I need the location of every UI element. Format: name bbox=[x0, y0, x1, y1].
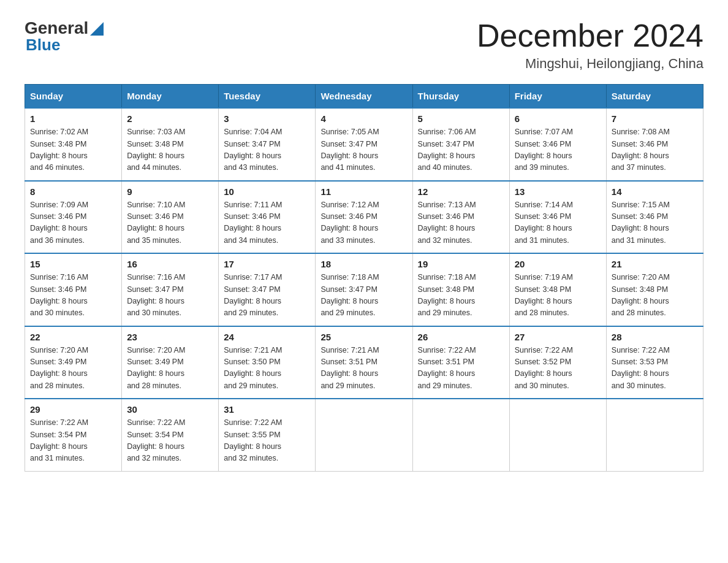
calendar-cell-w3-d1: 15 Sunrise: 7:16 AM Sunset: 3:46 PM Dayl… bbox=[25, 253, 122, 326]
day-info: Sunrise: 7:16 AM Sunset: 3:47 PM Dayligh… bbox=[127, 272, 213, 320]
logo-blue-text: Blue bbox=[26, 36, 60, 55]
day-number: 30 bbox=[127, 404, 213, 415]
day-info: Sunrise: 7:08 AM Sunset: 3:46 PM Dayligh… bbox=[612, 126, 698, 174]
week-row-4: 22 Sunrise: 7:20 AM Sunset: 3:49 PM Dayl… bbox=[25, 326, 703, 399]
day-info: Sunrise: 7:10 AM Sunset: 3:46 PM Dayligh… bbox=[127, 199, 213, 247]
day-info: Sunrise: 7:04 AM Sunset: 3:47 PM Dayligh… bbox=[224, 126, 310, 174]
calendar-cell-w1-d1: 1 Sunrise: 7:02 AM Sunset: 3:48 PM Dayli… bbox=[25, 108, 122, 181]
day-number: 19 bbox=[418, 259, 504, 269]
calendar-cell-w1-d7: 7 Sunrise: 7:08 AM Sunset: 3:46 PM Dayli… bbox=[606, 108, 703, 181]
day-info: Sunrise: 7:22 AM Sunset: 3:54 PM Dayligh… bbox=[30, 417, 116, 465]
calendar-cell-w5-d6 bbox=[509, 399, 606, 471]
week-row-3: 15 Sunrise: 7:16 AM Sunset: 3:46 PM Dayl… bbox=[25, 253, 703, 326]
col-sunday: Sunday bbox=[25, 85, 122, 109]
day-number: 16 bbox=[127, 259, 213, 269]
day-number: 28 bbox=[612, 332, 698, 342]
day-info: Sunrise: 7:05 AM Sunset: 3:47 PM Dayligh… bbox=[320, 126, 407, 174]
day-info: Sunrise: 7:16 AM Sunset: 3:46 PM Dayligh… bbox=[30, 272, 116, 320]
day-number: 22 bbox=[30, 332, 116, 342]
day-number: 12 bbox=[418, 186, 504, 197]
day-info: Sunrise: 7:14 AM Sunset: 3:46 PM Dayligh… bbox=[515, 199, 601, 247]
calendar-cell-w2-d7: 14 Sunrise: 7:15 AM Sunset: 3:46 PM Dayl… bbox=[606, 181, 703, 254]
calendar-cell-w4-d5: 26 Sunrise: 7:22 AM Sunset: 3:51 PM Dayl… bbox=[412, 326, 509, 399]
day-number: 8 bbox=[30, 186, 116, 197]
calendar-cell-w3-d2: 16 Sunrise: 7:16 AM Sunset: 3:47 PM Dayl… bbox=[122, 253, 219, 326]
day-number: 14 bbox=[612, 186, 698, 197]
day-info: Sunrise: 7:03 AM Sunset: 3:48 PM Dayligh… bbox=[127, 126, 213, 174]
day-number: 13 bbox=[515, 186, 601, 197]
calendar-cell-w4-d3: 24 Sunrise: 7:21 AM Sunset: 3:50 PM Dayl… bbox=[219, 326, 316, 399]
week-row-2: 8 Sunrise: 7:09 AM Sunset: 3:46 PM Dayli… bbox=[25, 181, 703, 254]
calendar-cell-w1-d6: 6 Sunrise: 7:07 AM Sunset: 3:46 PM Dayli… bbox=[509, 108, 606, 181]
day-number: 11 bbox=[320, 186, 407, 197]
page-subtitle: Mingshui, Heilongjiang, China bbox=[477, 56, 703, 72]
calendar-cell-w5-d1: 29 Sunrise: 7:22 AM Sunset: 3:54 PM Dayl… bbox=[25, 399, 122, 471]
day-info: Sunrise: 7:09 AM Sunset: 3:46 PM Dayligh… bbox=[30, 199, 116, 247]
col-wednesday: Wednesday bbox=[316, 85, 412, 109]
day-info: Sunrise: 7:17 AM Sunset: 3:47 PM Dayligh… bbox=[224, 272, 310, 320]
calendar-cell-w4-d7: 28 Sunrise: 7:22 AM Sunset: 3:53 PM Dayl… bbox=[606, 326, 703, 399]
calendar-cell-w3-d6: 20 Sunrise: 7:19 AM Sunset: 3:48 PM Dayl… bbox=[509, 253, 606, 326]
calendar-cell-w2-d1: 8 Sunrise: 7:09 AM Sunset: 3:46 PM Dayli… bbox=[25, 181, 122, 254]
col-thursday: Thursday bbox=[412, 85, 509, 109]
day-info: Sunrise: 7:22 AM Sunset: 3:53 PM Dayligh… bbox=[612, 345, 698, 393]
day-info: Sunrise: 7:15 AM Sunset: 3:46 PM Dayligh… bbox=[612, 199, 698, 247]
day-info: Sunrise: 7:22 AM Sunset: 3:51 PM Dayligh… bbox=[418, 345, 504, 393]
calendar-cell-w1-d4: 4 Sunrise: 7:05 AM Sunset: 3:47 PM Dayli… bbox=[316, 108, 412, 181]
day-number: 27 bbox=[515, 332, 601, 342]
calendar-cell-w3-d5: 19 Sunrise: 7:18 AM Sunset: 3:48 PM Dayl… bbox=[412, 253, 509, 326]
calendar-cell-w4-d4: 25 Sunrise: 7:21 AM Sunset: 3:51 PM Dayl… bbox=[316, 326, 412, 399]
calendar-cell-w2-d2: 9 Sunrise: 7:10 AM Sunset: 3:46 PM Dayli… bbox=[122, 181, 219, 254]
day-number: 26 bbox=[418, 332, 504, 342]
col-monday: Monday bbox=[122, 85, 219, 109]
day-info: Sunrise: 7:18 AM Sunset: 3:47 PM Dayligh… bbox=[320, 272, 407, 320]
day-number: 4 bbox=[320, 113, 407, 124]
logo: General Blue bbox=[25, 18, 104, 55]
day-number: 6 bbox=[515, 113, 601, 124]
day-number: 2 bbox=[127, 113, 213, 124]
calendar-cell-w5-d7 bbox=[606, 399, 703, 471]
day-number: 18 bbox=[320, 259, 407, 269]
day-number: 24 bbox=[224, 332, 310, 342]
calendar-cell-w3-d3: 17 Sunrise: 7:17 AM Sunset: 3:47 PM Dayl… bbox=[219, 253, 316, 326]
page-title: December 2024 bbox=[477, 18, 703, 53]
day-number: 9 bbox=[127, 186, 213, 197]
day-info: Sunrise: 7:20 AM Sunset: 3:48 PM Dayligh… bbox=[612, 272, 698, 320]
calendar-cell-w4-d6: 27 Sunrise: 7:22 AM Sunset: 3:52 PM Dayl… bbox=[509, 326, 606, 399]
calendar-cell-w1-d3: 3 Sunrise: 7:04 AM Sunset: 3:47 PM Dayli… bbox=[219, 108, 316, 181]
calendar-cell-w5-d4 bbox=[316, 399, 412, 471]
day-number: 3 bbox=[224, 113, 310, 124]
calendar-cell-w4-d2: 23 Sunrise: 7:20 AM Sunset: 3:49 PM Dayl… bbox=[122, 326, 219, 399]
day-number: 31 bbox=[224, 404, 310, 415]
day-number: 7 bbox=[612, 113, 698, 124]
calendar-cell-w5-d2: 30 Sunrise: 7:22 AM Sunset: 3:54 PM Dayl… bbox=[122, 399, 219, 471]
day-info: Sunrise: 7:13 AM Sunset: 3:46 PM Dayligh… bbox=[418, 199, 504, 247]
calendar-cell-w3-d4: 18 Sunrise: 7:18 AM Sunset: 3:47 PM Dayl… bbox=[316, 253, 412, 326]
calendar-cell-w2-d6: 13 Sunrise: 7:14 AM Sunset: 3:46 PM Dayl… bbox=[509, 181, 606, 254]
calendar-header-row: Sunday Monday Tuesday Wednesday Thursday… bbox=[25, 85, 703, 109]
day-number: 10 bbox=[224, 186, 310, 197]
calendar-cell-w2-d5: 12 Sunrise: 7:13 AM Sunset: 3:46 PM Dayl… bbox=[412, 181, 509, 254]
day-number: 29 bbox=[30, 404, 116, 415]
day-info: Sunrise: 7:02 AM Sunset: 3:48 PM Dayligh… bbox=[30, 126, 116, 174]
day-number: 15 bbox=[30, 259, 116, 269]
day-info: Sunrise: 7:21 AM Sunset: 3:51 PM Dayligh… bbox=[320, 345, 407, 393]
week-row-1: 1 Sunrise: 7:02 AM Sunset: 3:48 PM Dayli… bbox=[25, 108, 703, 181]
day-info: Sunrise: 7:11 AM Sunset: 3:46 PM Dayligh… bbox=[224, 199, 310, 247]
page-header: General Blue December 2024 Mingshui, Hei… bbox=[25, 18, 703, 72]
calendar-cell-w2-d3: 10 Sunrise: 7:11 AM Sunset: 3:46 PM Dayl… bbox=[219, 181, 316, 254]
day-number: 20 bbox=[515, 259, 601, 269]
day-info: Sunrise: 7:20 AM Sunset: 3:49 PM Dayligh… bbox=[127, 345, 213, 393]
calendar-cell-w3-d7: 21 Sunrise: 7:20 AM Sunset: 3:48 PM Dayl… bbox=[606, 253, 703, 326]
day-number: 25 bbox=[320, 332, 407, 342]
day-number: 21 bbox=[612, 259, 698, 269]
day-info: Sunrise: 7:22 AM Sunset: 3:55 PM Dayligh… bbox=[224, 417, 310, 465]
logo-triangle-icon bbox=[90, 22, 104, 36]
day-info: Sunrise: 7:12 AM Sunset: 3:46 PM Dayligh… bbox=[320, 199, 407, 247]
calendar-cell-w5-d5 bbox=[412, 399, 509, 471]
day-info: Sunrise: 7:22 AM Sunset: 3:54 PM Dayligh… bbox=[127, 417, 213, 465]
col-friday: Friday bbox=[509, 85, 606, 109]
calendar-table: Sunday Monday Tuesday Wednesday Thursday… bbox=[25, 84, 703, 472]
day-info: Sunrise: 7:19 AM Sunset: 3:48 PM Dayligh… bbox=[515, 272, 601, 320]
day-number: 17 bbox=[224, 259, 310, 269]
